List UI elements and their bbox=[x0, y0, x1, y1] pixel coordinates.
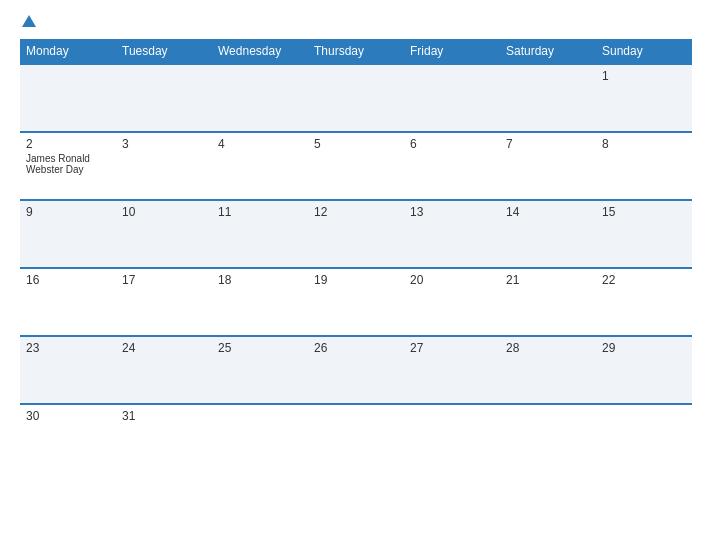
calendar-cell: 16 bbox=[20, 268, 116, 336]
calendar-cell bbox=[308, 64, 404, 132]
day-number: 18 bbox=[218, 273, 302, 287]
day-number: 27 bbox=[410, 341, 494, 355]
calendar-cell: 17 bbox=[116, 268, 212, 336]
day-number: 12 bbox=[314, 205, 398, 219]
day-number: 8 bbox=[602, 137, 686, 151]
calendar-cell: 19 bbox=[308, 268, 404, 336]
calendar-cell: 14 bbox=[500, 200, 596, 268]
logo-triangle-icon bbox=[22, 15, 36, 27]
calendar-cell bbox=[500, 64, 596, 132]
day-number: 21 bbox=[506, 273, 590, 287]
calendar-cell: 6 bbox=[404, 132, 500, 200]
calendar-cell: 12 bbox=[308, 200, 404, 268]
calendar-cell bbox=[596, 404, 692, 472]
calendar-cell: 23 bbox=[20, 336, 116, 404]
calendar-cell: 29 bbox=[596, 336, 692, 404]
calendar-cell bbox=[500, 404, 596, 472]
day-number: 23 bbox=[26, 341, 110, 355]
day-number: 31 bbox=[122, 409, 206, 423]
calendar-cell: 9 bbox=[20, 200, 116, 268]
calendar-cell: 21 bbox=[500, 268, 596, 336]
calendar-week-row: 23242526272829 bbox=[20, 336, 692, 404]
day-number: 28 bbox=[506, 341, 590, 355]
calendar-cell bbox=[308, 404, 404, 472]
page: MondayTuesdayWednesdayThursdayFridaySatu… bbox=[0, 0, 712, 550]
calendar-cell: 10 bbox=[116, 200, 212, 268]
calendar-cell: 27 bbox=[404, 336, 500, 404]
weekday-header-saturday: Saturday bbox=[500, 39, 596, 64]
day-number: 25 bbox=[218, 341, 302, 355]
event-label: James Ronald Webster Day bbox=[26, 153, 110, 175]
day-number: 14 bbox=[506, 205, 590, 219]
weekday-header-monday: Monday bbox=[20, 39, 116, 64]
calendar-cell: 4 bbox=[212, 132, 308, 200]
calendar-cell: 25 bbox=[212, 336, 308, 404]
day-number: 3 bbox=[122, 137, 206, 151]
weekday-header-wednesday: Wednesday bbox=[212, 39, 308, 64]
calendar-cell: 22 bbox=[596, 268, 692, 336]
calendar-cell bbox=[404, 64, 500, 132]
logo bbox=[20, 15, 36, 29]
weekday-header-sunday: Sunday bbox=[596, 39, 692, 64]
calendar-cell: 30 bbox=[20, 404, 116, 472]
day-number: 10 bbox=[122, 205, 206, 219]
day-number: 2 bbox=[26, 137, 110, 151]
calendar-cell: 1 bbox=[596, 64, 692, 132]
calendar-cell: 28 bbox=[500, 336, 596, 404]
calendar-cell: 2James Ronald Webster Day bbox=[20, 132, 116, 200]
weekday-header-row: MondayTuesdayWednesdayThursdayFridaySatu… bbox=[20, 39, 692, 64]
day-number: 22 bbox=[602, 273, 686, 287]
weekday-header-thursday: Thursday bbox=[308, 39, 404, 64]
day-number: 13 bbox=[410, 205, 494, 219]
calendar-table: MondayTuesdayWednesdayThursdayFridaySatu… bbox=[20, 39, 692, 472]
day-number: 4 bbox=[218, 137, 302, 151]
calendar-cell: 13 bbox=[404, 200, 500, 268]
day-number: 11 bbox=[218, 205, 302, 219]
day-number: 7 bbox=[506, 137, 590, 151]
calendar-cell: 3 bbox=[116, 132, 212, 200]
day-number: 9 bbox=[26, 205, 110, 219]
day-number: 16 bbox=[26, 273, 110, 287]
day-number: 20 bbox=[410, 273, 494, 287]
day-number: 1 bbox=[602, 69, 686, 83]
calendar-week-row: 3031 bbox=[20, 404, 692, 472]
day-number: 30 bbox=[26, 409, 110, 423]
calendar-week-row: 2James Ronald Webster Day345678 bbox=[20, 132, 692, 200]
day-number: 26 bbox=[314, 341, 398, 355]
calendar-cell: 15 bbox=[596, 200, 692, 268]
calendar-cell bbox=[116, 64, 212, 132]
calendar-cell bbox=[212, 64, 308, 132]
calendar-cell: 5 bbox=[308, 132, 404, 200]
day-number: 29 bbox=[602, 341, 686, 355]
calendar-cell: 8 bbox=[596, 132, 692, 200]
calendar-week-row: 16171819202122 bbox=[20, 268, 692, 336]
day-number: 24 bbox=[122, 341, 206, 355]
day-number: 19 bbox=[314, 273, 398, 287]
calendar-cell bbox=[20, 64, 116, 132]
calendar-week-row: 1 bbox=[20, 64, 692, 132]
calendar-cell bbox=[212, 404, 308, 472]
calendar-cell: 31 bbox=[116, 404, 212, 472]
day-number: 15 bbox=[602, 205, 686, 219]
calendar-cell: 24 bbox=[116, 336, 212, 404]
calendar-cell bbox=[404, 404, 500, 472]
header bbox=[20, 15, 692, 29]
calendar-cell: 7 bbox=[500, 132, 596, 200]
day-number: 6 bbox=[410, 137, 494, 151]
weekday-header-friday: Friday bbox=[404, 39, 500, 64]
calendar-cell: 26 bbox=[308, 336, 404, 404]
calendar-cell: 18 bbox=[212, 268, 308, 336]
weekday-header-tuesday: Tuesday bbox=[116, 39, 212, 64]
calendar-cell: 20 bbox=[404, 268, 500, 336]
calendar-cell: 11 bbox=[212, 200, 308, 268]
calendar-week-row: 9101112131415 bbox=[20, 200, 692, 268]
day-number: 5 bbox=[314, 137, 398, 151]
day-number: 17 bbox=[122, 273, 206, 287]
